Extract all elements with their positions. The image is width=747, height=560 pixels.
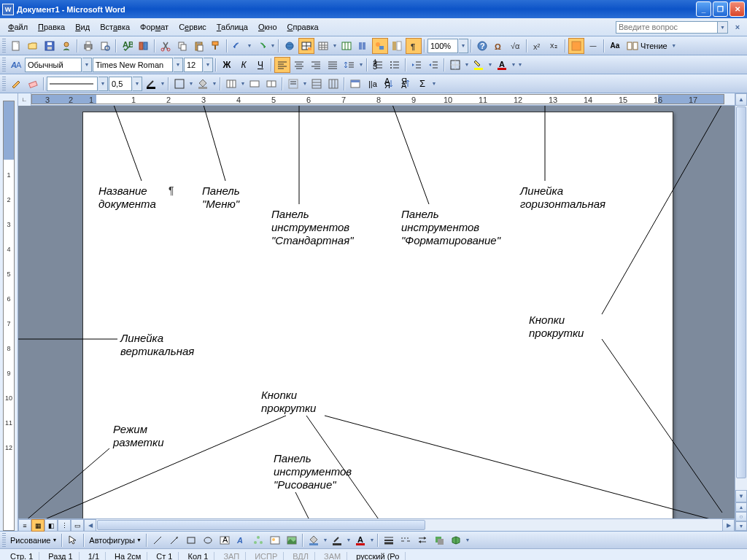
vertical-ruler[interactable]: 123456789101112 [0,93,18,531]
line-spacing-dropdown[interactable]: ▼ [358,62,364,67]
arrow-style-button[interactable] [414,532,430,548]
status-ovr[interactable]: ЗАМ [318,552,347,561]
insert-table-dropdown[interactable]: ▼ [332,43,338,48]
minimize-button[interactable]: _ [696,1,711,17]
highlight-dropdown[interactable]: ▼ [487,62,493,67]
dash-style-button[interactable] [398,532,414,548]
rectangle-button[interactable] [183,532,199,548]
highlight-button[interactable] [568,38,584,54]
status-rec[interactable]: ЗАП [217,552,246,561]
align-cell-dropdown[interactable]: ▼ [302,81,308,86]
borders-button[interactable] [447,57,463,73]
show-paragraph-button[interactable]: ¶ [406,38,422,54]
font-color2-dropdown[interactable]: ▼ [369,537,375,542]
menu-window[interactable]: Окно [253,20,282,34]
autoshapes-menu[interactable]: Автофигуры ▼ [87,536,144,545]
toolbar-options[interactable]: ▼ [517,62,523,67]
picture-button[interactable] [284,532,300,548]
scroll-right-button[interactable]: ▶ [722,519,735,532]
line-button[interactable] [150,532,166,548]
horizontal-scrollbar[interactable]: ◀ ▶ [84,519,735,531]
border-color-dropdown[interactable]: ▼ [160,81,166,86]
open-button[interactable] [25,38,41,54]
distribute-cols-button[interactable] [325,76,341,92]
status-ext[interactable]: ВДЛ [287,552,315,561]
tab-selector[interactable]: ∟ [18,93,31,106]
insert-table-button[interactable] [315,38,331,54]
toolbar-grip[interactable] [2,39,6,53]
symbol-button[interactable]: Ω [491,38,507,54]
increase-indent-button[interactable] [425,57,441,73]
arrow-button[interactable] [166,532,182,548]
toolbar-options[interactable]: ▼ [671,43,677,48]
scroll-left-button[interactable]: ◀ [84,519,96,532]
text-direction-button[interactable]: ||a [364,76,380,92]
styles-button[interactable]: AA [8,57,24,73]
menu-help[interactable]: Справка [282,20,324,34]
numbering-button[interactable]: 123 [370,57,386,73]
help-input[interactable] [616,21,718,34]
line-style-button[interactable] [381,532,397,548]
outside-border-dropdown[interactable]: ▼ [188,81,194,86]
scroll-up-button[interactable]: ▲ [735,93,747,106]
menu-table[interactable]: Таблица [212,20,253,34]
diagram-button[interactable] [250,532,266,548]
copy-button[interactable] [174,38,190,54]
redo-button[interactable] [253,38,269,54]
line-color-button[interactable] [329,532,345,548]
subscript-button[interactable]: x₂ [546,38,562,54]
underline-button[interactable]: Ч [252,57,268,73]
line-spacing-button[interactable] [341,57,357,73]
menu-view[interactable]: Вид [70,20,95,34]
help-dropdown[interactable]: ▼ [718,21,728,34]
normal-view-button[interactable]: ≡ [18,519,31,532]
insert-excel-button[interactable] [338,38,355,54]
menu-edit[interactable]: Правка [33,20,70,34]
draw-table-button[interactable] [8,76,24,92]
oval-button[interactable] [200,532,216,548]
align-cell-button[interactable] [285,76,301,92]
font-dropdown[interactable]: ▼ [174,58,183,72]
toolbar-grip[interactable] [2,533,6,548]
autoformat-button[interactable] [347,76,363,92]
shading-dropdown[interactable]: ▼ [212,81,217,86]
format-painter-button[interactable] [208,38,224,54]
borders-dropdown[interactable]: ▼ [464,62,470,67]
help-button[interactable]: ? [474,38,490,54]
clear-format-button[interactable]: — [585,38,601,54]
size-combo[interactable]: 12 [184,58,203,72]
vscroll-thumb[interactable] [736,106,746,478]
select-browse-button[interactable]: ○ [735,512,747,521]
toolbar-options[interactable]: ▼ [431,81,437,86]
status-rev[interactable]: ИСПР [249,552,284,561]
page[interactable] [82,112,673,518]
tables-borders-button[interactable] [298,38,314,54]
sort-desc-button[interactable]: ЯА [398,76,414,92]
permissions-button[interactable] [58,38,74,54]
line-width-combo[interactable]: 0,5 [109,77,132,91]
zoom-combo[interactable]: 100% [427,39,458,53]
line-style-combo[interactable] [47,77,98,91]
equation-button[interactable]: √α [508,38,524,54]
font-color2-button[interactable]: A [352,532,368,548]
preview-button[interactable] [97,38,113,54]
menu-tools[interactable]: Сервис [174,20,212,34]
status-lang[interactable]: русский (Ро [350,552,406,561]
shadow-button[interactable] [431,532,447,548]
hscroll-thumb[interactable] [97,520,425,530]
document-canvas[interactable]: Название документа ¶ Панель "Меню" Панел… [18,106,735,518]
line-color-dropdown[interactable]: ▼ [346,537,352,542]
fill-color-button[interactable] [306,532,322,548]
clipart-button[interactable] [267,532,283,548]
redo-dropdown[interactable]: ▼ [270,43,276,48]
drawing-button[interactable] [372,38,388,54]
size-dropdown[interactable]: ▼ [204,58,213,72]
research-button[interactable] [136,38,152,54]
docmap-button[interactable] [389,38,405,54]
close-button[interactable]: ✕ [729,1,745,17]
line-style-dropdown[interactable]: ▼ [98,77,108,91]
style-dropdown[interactable]: ▼ [82,58,92,72]
outline-view-button[interactable]: ⋮ [58,519,71,532]
fill-color-dropdown[interactable]: ▼ [322,537,328,542]
superscript-button[interactable]: x² [530,38,546,54]
